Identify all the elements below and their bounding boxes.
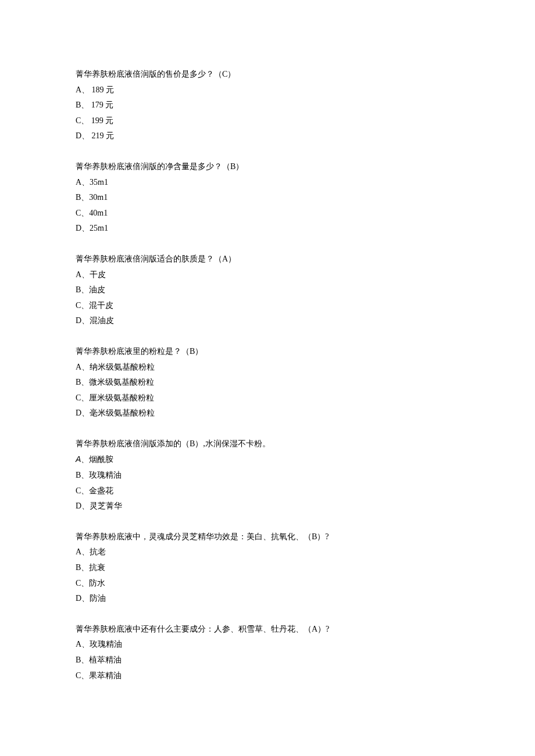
option-c: C、 199 元 [76,113,459,129]
question-text: 菁华养肤粉底液倍润版的售价是多少？（C） [76,67,459,83]
option-a: A、干皮 [76,267,459,283]
question-text: 菁华养肤粉底液倍润版的净含量是多少？（B） [76,159,459,175]
option-d: D、灵芝菁华 [76,499,459,514]
question-block: 菁华养肤粉底液里的粉粒是？（B） A、纳米级氨基酸粉粒 B、微米级氨基酸粉粒 C… [76,344,459,421]
option-b: B、玫瑰精油 [76,468,459,483]
option-b: B、微米级氨基酸粉粒 [76,375,459,390]
option-d: D、防油 [76,591,459,607]
option-b: B、植萃精油 [76,653,459,668]
option-d: D、25m1 [76,221,459,237]
question-block: 菁华养肤粉底液倍润版的净含量是多少？（B） A、35m1 B、30m1 C、40… [76,159,459,237]
option-a: A、抗老 [76,544,459,560]
question-block: 菁华养肤粉底液倍润版适合的肤质是？（A） A、干皮 B、油皮 C、混干皮 D、混… [76,252,459,329]
question-text: 菁华养肤粉底液里的粉粒是？（B） [76,344,459,360]
question-block: 菁华养肤粉底液中，灵魂成分灵芝精华功效是：美白、抗氧化、（B）? A、抗老 B、… [76,529,459,607]
option-c: C、混干皮 [76,298,459,314]
option-a: A、 189 元 [76,83,459,98]
option-c: C、厘米级氨基酸粉粒 [76,390,459,406]
option-c: C、防水 [76,576,459,592]
option-a: A、玫瑰精油 [76,637,459,653]
question-text: 菁华养肤粉底液倍润版适合的肤质是？（A） [76,252,459,267]
question-block: 菁华养肤粉底液中还有什么主要成分：人参、积雪草、牡丹花、（A）? A、玫瑰精油 … [76,622,459,683]
option-d: D、 219 元 [76,128,459,144]
option-a-text: 、烟酰胺 [81,455,113,464]
option-d: D、混油皮 [76,313,459,329]
question-text: 菁华养肤粉底液中，灵魂成分灵芝精华功效是：美白、抗氧化、（B）? [76,529,459,545]
option-b: B、油皮 [76,282,459,298]
option-c: C、金盏花 [76,483,459,499]
question-text: 菁华养肤粉底液倍润版添加的（B）,水润保湿不卡粉。 [76,436,459,452]
option-a: A、35m1 [76,175,459,191]
option-b: B、 179 元 [76,98,459,113]
option-b: B、30m1 [76,190,459,206]
option-b: B、抗衰 [76,560,459,576]
option-a: A、烟酰胺 [76,452,459,468]
document-content: 菁华养肤粉底液倍润版的售价是多少？（C） A、 189 元 B、 179 元 C… [76,67,459,683]
question-block: 菁华养肤粉底液倍润版添加的（B）,水润保湿不卡粉。 A、烟酰胺 B、玫瑰精油 C… [76,436,459,514]
question-block: 菁华养肤粉底液倍润版的售价是多少？（C） A、 189 元 B、 179 元 C… [76,67,459,144]
option-a: A、纳米级氨基酸粉粒 [76,360,459,375]
option-d: D、毫米级氨基酸粉粒 [76,406,459,421]
option-c: C、40m1 [76,206,459,221]
option-c: C、果萃精油 [76,668,459,684]
question-text: 菁华养肤粉底液中还有什么主要成分：人参、积雪草、牡丹花、（A）? [76,622,459,637]
